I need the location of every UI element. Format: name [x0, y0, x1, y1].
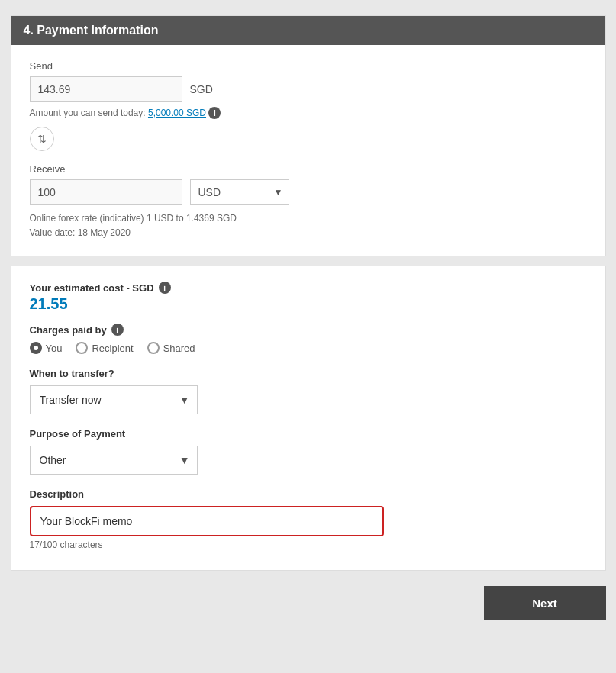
send-input-row: SGD	[30, 76, 587, 102]
description-input-wrapper	[30, 506, 384, 536]
when-to-transfer-wrapper: Transfer now Schedule ▼	[30, 385, 198, 414]
value-date: Value date: 18 May 2020	[30, 226, 587, 240]
estimated-cost-label: Your estimated cost - SGD i	[30, 282, 587, 294]
send-label: Send	[30, 60, 587, 72]
radio-you[interactable]	[30, 342, 42, 354]
purpose-of-payment-group: Purpose of Payment Other Family Support …	[30, 428, 587, 475]
purpose-select[interactable]: Other Family Support Business Education …	[30, 446, 198, 475]
send-amount-input[interactable]	[30, 76, 182, 102]
when-to-transfer-group: When to transfer? Transfer now Schedule …	[30, 368, 587, 414]
card-header: 4. Payment Information	[11, 16, 605, 45]
radio-shared[interactable]	[147, 342, 160, 354]
send-currency-label: SGD	[190, 83, 213, 95]
purpose-label: Purpose of Payment	[30, 428, 587, 440]
payment-options-card: Your estimated cost - SGD i 21.55 Charge…	[11, 266, 606, 571]
purpose-wrapper: Other Family Support Business Education …	[30, 446, 198, 475]
step-number: 4.	[24, 24, 34, 37]
next-button[interactable]: Next	[484, 586, 606, 620]
page-wrapper: 4. Payment Information Send SGD Amount y…	[11, 15, 606, 620]
charges-label: Charges paid by i	[30, 324, 587, 336]
description-section: Description 17/100 characters	[30, 488, 587, 550]
swap-button[interactable]: ⇅	[30, 127, 54, 151]
card-title: Payment Information	[37, 24, 158, 37]
send-limit-link[interactable]: 5,000.00 SGD	[148, 108, 206, 118]
description-label: Description	[30, 488, 587, 500]
receive-currency-select[interactable]: USD SGD EUR GBP	[190, 179, 289, 205]
charges-option-recipient[interactable]: Recipient	[76, 342, 133, 354]
radio-recipient[interactable]	[76, 342, 88, 354]
card-body: Send SGD Amount you can send today: 5,00…	[11, 45, 605, 256]
charges-option-shared[interactable]: Shared	[147, 342, 195, 354]
charges-option-you[interactable]: You	[30, 342, 63, 354]
receive-amount-input[interactable]	[30, 179, 182, 205]
send-receive-card: 4. Payment Information Send SGD Amount y…	[11, 15, 606, 256]
estimated-cost-value: 21.55	[30, 295, 587, 313]
forex-rate: Online forex rate (indicative) 1 USD to …	[30, 211, 587, 226]
charges-info-icon[interactable]: i	[111, 324, 124, 336]
estimated-cost-info-icon[interactable]: i	[159, 282, 171, 294]
receive-input-row: USD SGD EUR GBP ▼	[30, 179, 587, 205]
receive-section: Receive USD SGD EUR GBP ▼ Online for	[30, 163, 587, 240]
char-count: 17/100 characters	[30, 539, 587, 550]
receive-currency-wrapper: USD SGD EUR GBP ▼	[190, 179, 289, 205]
send-section: Send SGD Amount you can send today: 5,00…	[30, 60, 587, 119]
description-input[interactable]	[31, 507, 382, 535]
swap-area: ⇅	[30, 122, 587, 156]
charges-radio-group: You Recipient Shared	[30, 342, 587, 354]
send-limit-info: Amount you can send today: 5,000.00 SGD …	[30, 107, 587, 119]
send-info-icon[interactable]: i	[208, 107, 221, 119]
when-to-transfer-select[interactable]: Transfer now Schedule	[30, 385, 198, 414]
forex-info: Online forex rate (indicative) 1 USD to …	[30, 211, 587, 240]
when-to-transfer-label: When to transfer?	[30, 368, 587, 379]
next-btn-row: Next	[11, 586, 606, 620]
receive-label: Receive	[30, 163, 587, 175]
